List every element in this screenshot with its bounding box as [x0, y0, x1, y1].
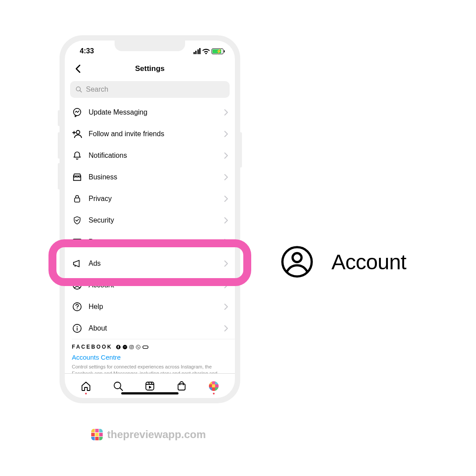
- annotation-callout: Account: [280, 245, 406, 279]
- svg-rect-5: [73, 239, 81, 245]
- chevron-right-icon: [224, 282, 228, 288]
- messenger-icon: [72, 107, 82, 118]
- chevron-right-icon: [224, 217, 228, 223]
- chevron-right-icon: [224, 239, 228, 245]
- chevron-right-icon: [224, 196, 228, 202]
- search-input[interactable]: Search: [70, 81, 230, 98]
- oculus-icon: [142, 345, 149, 350]
- row-notifications[interactable]: Notifications: [65, 145, 235, 166]
- info-icon: [72, 323, 82, 334]
- facebook-apps-icons: [116, 345, 149, 350]
- svg-point-19: [136, 345, 140, 349]
- nav-header: Settings: [65, 59, 235, 79]
- instagram-icon: [129, 345, 134, 350]
- row-label: Account: [89, 281, 218, 289]
- svg-point-10: [77, 308, 78, 309]
- facebook-brand: FACEBOOK: [72, 344, 228, 350]
- profile-avatar-icon: [208, 381, 219, 391]
- row-label: Security: [89, 216, 218, 224]
- svg-rect-20: [143, 346, 148, 348]
- svg-line-1: [80, 90, 82, 92]
- shield-icon: [72, 215, 82, 226]
- svg-point-18: [132, 346, 133, 346]
- home-indicator: [121, 392, 178, 394]
- row-account[interactable]: Account: [65, 274, 235, 296]
- row-help[interactable]: Help: [65, 296, 235, 317]
- status-indicators: ⚡: [193, 48, 224, 54]
- notification-dot: [85, 393, 87, 394]
- account-icon: [280, 245, 314, 279]
- svg-rect-4: [74, 198, 80, 202]
- chevron-right-icon: [224, 260, 228, 267]
- preview-app-logo-icon: [91, 429, 103, 440]
- megaphone-icon: [72, 258, 82, 269]
- chevron-right-icon: [224, 174, 228, 180]
- row-about[interactable]: About: [65, 317, 235, 339]
- page-title: Settings: [65, 64, 235, 73]
- svg-point-12: [77, 326, 78, 327]
- row-ads[interactable]: Ads: [65, 253, 235, 274]
- account-icon: [72, 280, 82, 290]
- cellular-signal-icon: [193, 48, 201, 54]
- help-icon: [72, 301, 82, 312]
- svg-point-3: [76, 130, 80, 134]
- tab-reels[interactable]: [144, 380, 156, 392]
- search-icon: [75, 86, 82, 93]
- row-label: Business: [89, 173, 218, 181]
- phone-screen: 4:33 ⚡ Settings: [65, 41, 235, 398]
- tab-shop[interactable]: [176, 380, 187, 392]
- phone-side-button: [58, 163, 60, 190]
- facebook-section: FACEBOOK: [65, 339, 235, 373]
- row-follow-invite[interactable]: Follow and invite friends: [65, 123, 235, 145]
- annotation-label: Account: [331, 250, 406, 274]
- row-label: Update Messaging: [89, 108, 218, 116]
- accounts-centre-description: Control settings for connected experienc…: [72, 364, 228, 373]
- messenger-small-icon: [123, 345, 127, 350]
- add-user-icon: [72, 129, 82, 139]
- row-label: Ads: [89, 260, 218, 268]
- svg-point-29: [293, 253, 301, 262]
- tab-search[interactable]: [112, 380, 124, 392]
- svg-line-22: [120, 388, 123, 390]
- tab-profile[interactable]: [208, 380, 219, 392]
- row-update-messaging[interactable]: Update Messaging: [65, 101, 235, 123]
- chevron-right-icon: [224, 304, 228, 310]
- row-label: About: [89, 324, 218, 332]
- facebook-icon: [116, 345, 121, 350]
- chevron-right-icon: [224, 109, 228, 115]
- tab-home[interactable]: [80, 380, 92, 392]
- chevron-right-icon: [224, 131, 228, 137]
- facebook-brand-text: FACEBOOK: [72, 344, 112, 350]
- row-security[interactable]: Security: [65, 209, 235, 231]
- chevron-right-icon: [224, 325, 228, 331]
- chevron-right-icon: [224, 152, 228, 159]
- accounts-centre-link[interactable]: Accounts Centre: [72, 353, 228, 361]
- svg-point-17: [131, 346, 133, 348]
- svg-rect-27: [178, 384, 185, 390]
- row-label: Help: [89, 303, 218, 311]
- svg-point-8: [76, 283, 78, 285]
- phone-side-button: [239, 132, 242, 167]
- card-icon: [72, 237, 82, 247]
- row-privacy[interactable]: Privacy: [65, 188, 235, 209]
- search-placeholder: Search: [86, 86, 108, 93]
- row-label: Notifications: [89, 152, 218, 160]
- row-label: Payments: [89, 238, 218, 246]
- row-label: Privacy: [89, 195, 218, 203]
- watermark: thepreviewapp.com: [91, 428, 206, 441]
- row-payments[interactable]: Payments: [65, 231, 235, 253]
- phone-notch: [115, 41, 185, 51]
- watermark-text: thepreviewapp.com: [107, 428, 206, 441]
- status-time: 4:33: [80, 47, 94, 55]
- battery-icon: ⚡: [212, 48, 223, 54]
- row-business[interactable]: Business: [65, 166, 235, 188]
- wifi-icon: [202, 48, 210, 54]
- svg-rect-23: [146, 382, 154, 390]
- bell-icon: [72, 150, 82, 161]
- storefront-icon: [72, 172, 82, 182]
- phone-frame: 4:33 ⚡ Settings: [60, 35, 240, 403]
- notification-dot: [213, 393, 215, 394]
- whatsapp-icon: [136, 345, 141, 350]
- row-label: Follow and invite friends: [89, 130, 218, 138]
- settings-list: Update Messaging Follow and invite frien…: [65, 101, 235, 373]
